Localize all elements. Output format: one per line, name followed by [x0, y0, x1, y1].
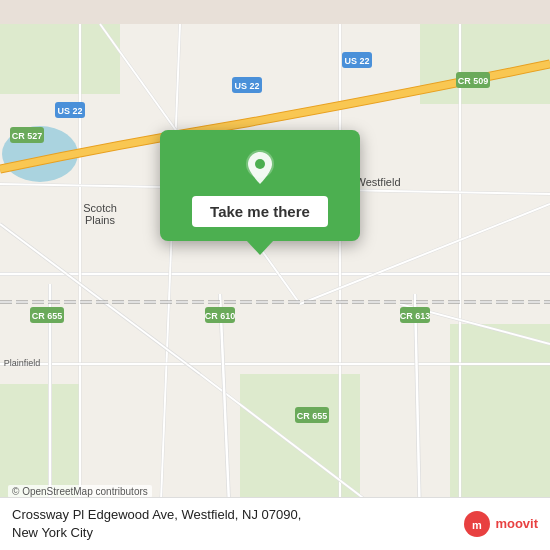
moovit-logo[interactable]: m moovit: [463, 510, 538, 538]
svg-text:CR 509: CR 509: [458, 76, 489, 86]
address-text: Crossway Pl Edgewood Ave, Westfield, NJ …: [12, 506, 455, 542]
svg-rect-4: [450, 324, 550, 524]
svg-text:m: m: [472, 519, 482, 531]
svg-point-56: [255, 159, 265, 169]
svg-text:CR 613: CR 613: [400, 311, 431, 321]
bottom-bar: Crossway Pl Edgewood Ave, Westfield, NJ …: [0, 497, 550, 550]
svg-rect-2: [0, 24, 120, 94]
moovit-app-icon: m: [463, 510, 491, 538]
svg-text:Plainfield: Plainfield: [4, 358, 41, 368]
moovit-label: moovit: [495, 516, 538, 531]
popup-card[interactable]: Take me there: [160, 130, 360, 241]
take-me-there-button[interactable]: Take me there: [192, 196, 328, 227]
svg-text:US 22: US 22: [344, 56, 369, 66]
svg-text:US 22: US 22: [234, 81, 259, 91]
svg-text:CR 655: CR 655: [297, 411, 328, 421]
svg-text:CR 610: CR 610: [205, 311, 236, 321]
map-container: US 22 US 22 US 22 CR 527 CR 509 CR 655 C…: [0, 0, 550, 550]
svg-text:CR 527: CR 527: [12, 131, 43, 141]
location-pin-icon: [240, 148, 280, 188]
svg-text:Scotch: Scotch: [83, 202, 117, 214]
svg-text:Plains: Plains: [85, 214, 115, 226]
svg-text:Westfield: Westfield: [355, 176, 400, 188]
svg-text:CR 655: CR 655: [32, 311, 63, 321]
svg-text:US 22: US 22: [57, 106, 82, 116]
